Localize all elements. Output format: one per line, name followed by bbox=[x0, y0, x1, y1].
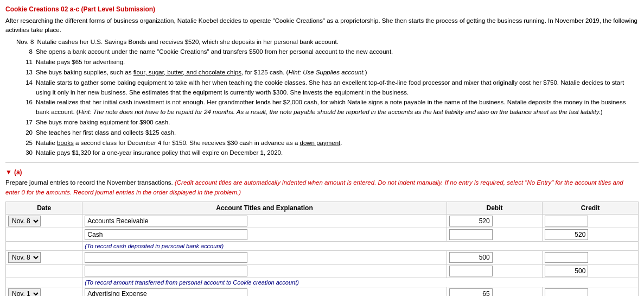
journal-table: Date Account Titles and Explanation Debi… bbox=[5, 201, 639, 296]
list-item: 30 Natalie pays $1,320 for a one-year in… bbox=[16, 148, 639, 158]
list-item: 17 She buys more baking equipment for $9… bbox=[16, 118, 639, 128]
account-cell-2b[interactable] bbox=[82, 264, 447, 278]
account-cell-2a[interactable] bbox=[82, 250, 447, 264]
date-cell-3[interactable]: Nov. 8 Nov. 11 Nov. 13 Nov. 14 Nov. 16 N… bbox=[6, 287, 82, 296]
debit-input-2a[interactable] bbox=[449, 252, 493, 263]
events-list: Nov. 8 Natalie cashes her U.S. Savings B… bbox=[16, 37, 639, 159]
table-row-note-2: (To record amount transferred from perso… bbox=[6, 278, 639, 287]
account-cell-1a[interactable] bbox=[82, 214, 447, 228]
list-item: Nov. 8 Natalie cashes her U.S. Savings B… bbox=[16, 37, 639, 47]
note-2: (To record amount transferred from perso… bbox=[82, 278, 639, 287]
debit-cell-2b[interactable] bbox=[447, 264, 543, 278]
list-item: 11 Natalie pays $65 for advertising. bbox=[16, 58, 639, 67]
page-title: Cookie Creations 02 a-c (Part Level Subm… bbox=[5, 5, 639, 13]
credit-cell-1a[interactable] bbox=[543, 214, 639, 228]
credit-input-1b[interactable] bbox=[545, 229, 588, 240]
date-select-3[interactable]: Nov. 8 Nov. 11 Nov. 13 Nov. 14 Nov. 16 N… bbox=[8, 288, 41, 296]
col-header-account: Account Titles and Explanation bbox=[82, 201, 447, 214]
debit-cell-3a[interactable] bbox=[447, 287, 543, 296]
col-header-debit: Debit bbox=[447, 201, 543, 214]
account-input-1b[interactable] bbox=[85, 229, 247, 240]
date-cell-1b bbox=[6, 228, 82, 241]
date-cell-2[interactable]: Nov. 8 Nov. 11 Nov. 13 Nov. 14 Nov. 16 N… bbox=[6, 250, 82, 264]
section-a-header: ▼ (a) bbox=[5, 168, 639, 176]
table-row bbox=[6, 264, 639, 278]
col-header-date: Date bbox=[6, 201, 82, 214]
table-row: Nov. 8 Nov. 11 Nov. 13 Nov. 14 Nov. 16 N… bbox=[6, 214, 639, 228]
account-input-2b[interactable] bbox=[85, 266, 247, 276]
account-input-3a[interactable] bbox=[85, 288, 247, 296]
list-item: 16 Natalie realizes that her initial cas… bbox=[16, 98, 639, 117]
date-cell-1[interactable]: Nov. 8 Nov. 11 Nov. 13 Nov. 14 Nov. 16 N… bbox=[6, 214, 82, 228]
account-input-1a[interactable] bbox=[85, 216, 247, 226]
debit-cell-1b[interactable] bbox=[447, 228, 543, 241]
date-cell-2b bbox=[6, 264, 82, 278]
col-header-credit: Credit bbox=[543, 201, 639, 214]
table-row-note-1: (To record cash deposited in personal ba… bbox=[6, 241, 639, 250]
intro-text: After researching the different forms of… bbox=[5, 16, 639, 35]
table-row: Nov. 8 Nov. 11 Nov. 13 Nov. 14 Nov. 16 N… bbox=[6, 250, 639, 264]
table-row bbox=[6, 228, 639, 241]
note-1: (To record cash deposited in personal ba… bbox=[82, 241, 639, 250]
debit-cell-1a[interactable] bbox=[447, 214, 543, 228]
list-item: 25 Natalie books a second class for Dece… bbox=[16, 138, 639, 148]
account-cell-3a[interactable] bbox=[82, 287, 447, 296]
date-select-1[interactable]: Nov. 8 Nov. 11 Nov. 13 Nov. 14 Nov. 16 N… bbox=[8, 216, 41, 226]
list-item: 20 She teaches her first class and colle… bbox=[16, 128, 639, 138]
credit-input-3a[interactable] bbox=[545, 288, 588, 296]
divider bbox=[5, 162, 639, 163]
triangle-icon: ▼ bbox=[5, 168, 12, 176]
account-input-2a[interactable] bbox=[85, 252, 247, 263]
date-select-2[interactable]: Nov. 8 Nov. 11 Nov. 13 Nov. 14 Nov. 16 N… bbox=[8, 252, 41, 263]
debit-input-2b[interactable] bbox=[449, 266, 493, 276]
table-row: Nov. 8 Nov. 11 Nov. 13 Nov. 14 Nov. 16 N… bbox=[6, 287, 639, 296]
account-cell-1b[interactable] bbox=[82, 228, 447, 241]
credit-cell-3a[interactable] bbox=[543, 287, 639, 296]
credit-cell-1b[interactable] bbox=[543, 228, 639, 241]
credit-input-1a[interactable] bbox=[545, 216, 588, 226]
instructions: Prepare journal entries to record the No… bbox=[5, 178, 639, 197]
debit-input-1a[interactable] bbox=[449, 216, 493, 226]
credit-cell-2a[interactable] bbox=[543, 250, 639, 264]
list-item: 14 Natalie starts to gather some baking … bbox=[16, 78, 639, 98]
credit-input-2b[interactable] bbox=[545, 266, 588, 276]
list-item: 13 She buys baking supplies, such as flo… bbox=[16, 68, 639, 78]
debit-cell-2a[interactable] bbox=[447, 250, 543, 264]
debit-input-1b[interactable] bbox=[449, 229, 493, 240]
list-item: 8 She opens a bank account under the nam… bbox=[16, 47, 639, 57]
credit-input-2a[interactable] bbox=[545, 252, 588, 263]
debit-input-3a[interactable] bbox=[449, 288, 493, 296]
credit-cell-2b[interactable] bbox=[543, 264, 639, 278]
